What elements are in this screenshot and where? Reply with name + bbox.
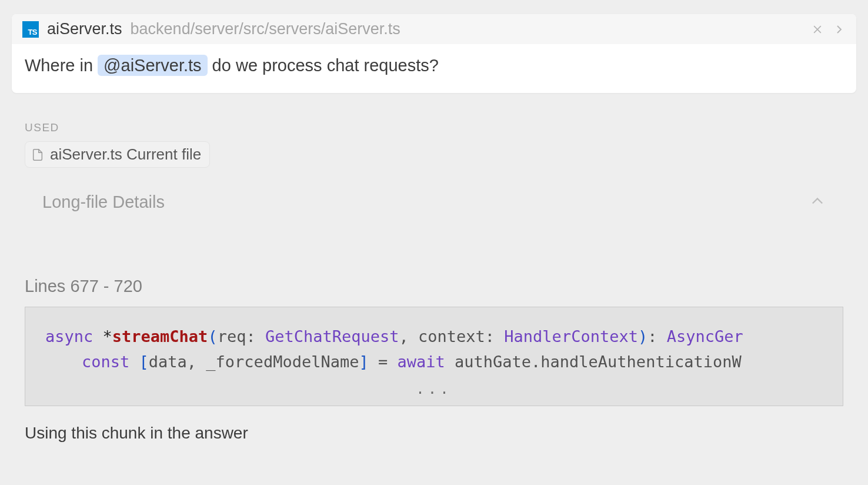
file-icon xyxy=(31,148,44,161)
return-type: AsyncGer xyxy=(667,327,743,346)
type-getchatrequest: GetChatRequest xyxy=(265,327,399,346)
used-file-pill[interactable]: aiServer.ts Current file xyxy=(25,141,210,168)
code-ellipsis: ... xyxy=(25,374,843,400)
bracket-open: [ xyxy=(129,353,149,371)
comma: , xyxy=(399,327,419,346)
type-handlercontext: HandlerContext xyxy=(504,327,638,346)
typescript-icon: TS xyxy=(22,21,39,38)
code-snippet: async *streamChat(req: GetChatRequest, c… xyxy=(25,307,843,406)
header-icons xyxy=(812,24,844,35)
colon: : xyxy=(485,327,505,346)
query-text: Where in @aiServer.ts do we process chat… xyxy=(12,44,856,93)
chevron-up-icon xyxy=(809,193,826,212)
colon: : xyxy=(246,327,265,346)
file-header: TS aiServer.ts backend/server/src/server… xyxy=(12,14,856,44)
keyword-await: await xyxy=(397,353,445,371)
bracket-close: ] xyxy=(359,353,368,371)
param-context: context xyxy=(418,327,485,346)
call-rest: authGate.handleAuthenticationW xyxy=(445,353,742,371)
comma: , xyxy=(187,353,206,371)
keyword-async: async xyxy=(45,327,93,346)
query-card: TS aiServer.ts backend/server/src/server… xyxy=(12,14,856,93)
file-name: aiServer.ts xyxy=(47,20,122,38)
file-path: backend/server/src/servers/aiServer.ts xyxy=(131,20,400,38)
ident-data: data xyxy=(149,353,187,371)
file-mention-chip[interactable]: @aiServer.ts xyxy=(98,55,207,76)
ident-forcedmodelname: _forcedModelName xyxy=(206,353,359,371)
chevron-right-icon[interactable] xyxy=(834,24,844,35)
paren-open: ( xyxy=(208,327,217,346)
code-line-2: const [data, _forcedModelName] = await a… xyxy=(25,349,843,374)
paren-close: ) xyxy=(638,327,647,346)
generator-star: * xyxy=(103,327,112,346)
used-section: USED aiServer.ts Current file xyxy=(25,121,843,168)
lines-range-label: Lines 677 - 720 xyxy=(25,277,843,296)
code-line-1: async *streamChat(req: GetChatRequest, c… xyxy=(25,324,843,349)
equals: = xyxy=(369,353,398,371)
footer-note: Using this chunk in the answer xyxy=(25,424,843,443)
query-suffix: do we process chat requests? xyxy=(208,56,439,75)
query-prefix: Where in xyxy=(25,56,98,75)
function-name: streamChat xyxy=(112,327,208,346)
used-pill-text: aiServer.ts Current file xyxy=(50,145,201,164)
keyword-const: const xyxy=(82,353,129,371)
close-icon[interactable] xyxy=(812,24,823,35)
used-label: USED xyxy=(25,121,843,134)
param-req: req xyxy=(218,327,246,346)
details-title: Long-file Details xyxy=(42,192,165,212)
colon-ret: : xyxy=(647,327,667,346)
long-file-details-toggle[interactable]: Long-file Details xyxy=(42,192,826,212)
